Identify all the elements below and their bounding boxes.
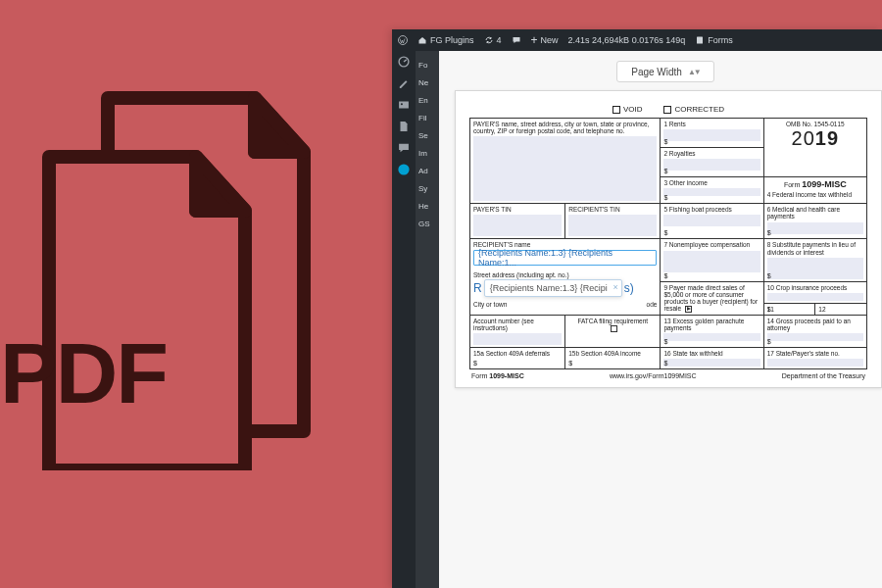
submenu-item[interactable]: Se bbox=[416, 131, 439, 141]
submenu-item[interactable]: Ne bbox=[416, 78, 439, 88]
forms-link[interactable]: Forms bbox=[695, 35, 733, 45]
corrected-checkbox[interactable]: CORRECTED bbox=[663, 105, 724, 114]
box7-label: 7 Nonemployee compensation bbox=[663, 241, 760, 248]
street-label: Street address (including apt. no.) bbox=[473, 271, 657, 278]
svg-point-4 bbox=[401, 103, 403, 105]
box3-label: 3 Other income bbox=[663, 179, 760, 186]
site-link[interactable]: FG Plugins bbox=[417, 35, 474, 45]
admin-submenu[interactable]: Fo Ne En Fil Se Im Ad Sy He GS bbox=[416, 51, 439, 588]
svg-rect-1 bbox=[697, 37, 703, 44]
box8-field[interactable] bbox=[767, 258, 863, 279]
box16-field[interactable] bbox=[663, 359, 760, 367]
payer-label: PAYER'S name, street address, city or to… bbox=[473, 121, 657, 134]
posts-icon[interactable] bbox=[397, 76, 411, 90]
box7-field[interactable] bbox=[663, 251, 760, 272]
box13-field[interactable] bbox=[663, 333, 760, 341]
submenu-item[interactable]: Ad bbox=[416, 167, 439, 176]
box13-label: 13 Excess golden parachute payments bbox=[663, 318, 760, 331]
account-field[interactable] bbox=[473, 333, 562, 345]
recipient-name-field[interactable]: {Recipients Name:1.3} {Recipients Name:1… bbox=[473, 250, 657, 266]
footer-right: Department of the Treasury bbox=[782, 372, 865, 379]
submenu-item[interactable]: En bbox=[416, 96, 439, 106]
editor-content: Page Width▲▼ VOID CORRECTED PAYER'S name… bbox=[439, 51, 882, 588]
submenu-item[interactable]: Fil bbox=[416, 114, 439, 123]
footer-center: www.irs.gov/Form1099MISC bbox=[610, 372, 697, 379]
svg-point-5 bbox=[398, 164, 409, 174]
box17-field[interactable] bbox=[767, 359, 863, 367]
submenu-item[interactable]: Sy bbox=[416, 184, 439, 194]
form-number: Form 1099-MISC bbox=[767, 179, 863, 189]
account-label: Account number (see instructions) bbox=[473, 318, 562, 331]
form-1099: PAYER'S name, street address, city or to… bbox=[469, 118, 867, 369]
box10-field[interactable] bbox=[767, 293, 863, 301]
box15b-label: 15b Section 409A income bbox=[568, 350, 657, 357]
media-icon[interactable] bbox=[397, 98, 411, 112]
box14-field[interactable] bbox=[767, 333, 863, 341]
pdf-label: PDF bbox=[0, 323, 167, 423]
wp-panel: FG Plugins 4 +New 2.41s 24,694kB 0.0176s… bbox=[392, 29, 882, 588]
void-checkbox[interactable]: VOID bbox=[612, 105, 643, 114]
box5-label: 5 Fishing boat proceeds bbox=[663, 206, 760, 213]
new-link[interactable]: +New bbox=[531, 35, 559, 45]
box15a-label: 15a Section 409A deferrals bbox=[473, 350, 562, 357]
fatca-checkbox[interactable] bbox=[611, 325, 617, 332]
box14-label: 14 Gross proceeds paid to an attorney bbox=[767, 318, 863, 331]
admin-bar[interactable]: FG Plugins 4 +New 2.41s 24,694kB 0.0176s… bbox=[392, 29, 882, 51]
updates-link[interactable]: 4 bbox=[484, 35, 502, 45]
close-icon[interactable]: × bbox=[612, 282, 617, 292]
box6-field[interactable] bbox=[767, 222, 863, 234]
dashboard-icon[interactable] bbox=[397, 55, 411, 69]
payer-tin-field[interactable] bbox=[473, 215, 562, 236]
box2-field[interactable] bbox=[663, 159, 760, 171]
box16-label: 16 State tax withheld bbox=[663, 350, 760, 357]
box12-label: 12 bbox=[818, 306, 825, 313]
svg-rect-3 bbox=[399, 102, 409, 109]
submenu-item[interactable]: Im bbox=[416, 149, 439, 159]
box17-label: 17 State/Payer's state no. bbox=[767, 350, 863, 357]
fatca-label: FATCA filing requirement bbox=[568, 318, 657, 324]
box2-label: 2 Royalties bbox=[663, 150, 760, 157]
tax-year: 2019 bbox=[767, 127, 863, 150]
debug-stats: 2.41s 24,694kB 0.0176s 149q bbox=[568, 35, 686, 45]
box6-label: 6 Medical and health care payments bbox=[767, 206, 863, 220]
footer-left: Form 1099-MISC bbox=[471, 372, 524, 379]
payer-field[interactable] bbox=[473, 136, 657, 201]
stage: PDF FG Plugins 4 +New 2.41s 24,694kB 0.0… bbox=[0, 0, 882, 588]
recipient-tin-label: RECIPIENT'S TIN bbox=[568, 206, 657, 213]
street-field[interactable]: R {Recipients Name:1.3} {Recipi× s) bbox=[473, 279, 657, 297]
box9-label: 9 Payer made direct sales of $5,000 or m… bbox=[663, 284, 760, 313]
box8-label: 8 Substitute payments in lieu of dividen… bbox=[767, 241, 863, 255]
comments-link[interactable] bbox=[512, 35, 521, 45]
recipient-tin-field[interactable] bbox=[568, 215, 657, 236]
submenu-item[interactable]: GS bbox=[416, 220, 439, 229]
box3-field[interactable] bbox=[663, 188, 760, 196]
forms-icon[interactable] bbox=[397, 163, 411, 176]
zoom-select[interactable]: Page Width▲▼ bbox=[616, 61, 714, 82]
svg-point-0 bbox=[399, 36, 408, 45]
box4-label: 4 Federal income tax withheld bbox=[767, 191, 863, 198]
admin-menu[interactable] bbox=[392, 51, 416, 588]
omb-label: OMB No. 1545-0115 bbox=[767, 121, 863, 127]
comments-icon[interactable] bbox=[397, 141, 411, 155]
pdf-page: VOID CORRECTED PAYER'S name, street addr… bbox=[455, 90, 882, 388]
box10-label: 10 Crop insurance proceeds bbox=[767, 284, 863, 291]
form-footer: Form 1099-MISC www.irs.gov/Form1099MISC … bbox=[469, 369, 867, 379]
pages-icon[interactable] bbox=[397, 120, 411, 133]
submenu-item[interactable]: He bbox=[416, 202, 439, 212]
box5-field[interactable] bbox=[663, 215, 760, 226]
wp-logo-icon[interactable] bbox=[398, 35, 408, 45]
box1-label: 1 Rents bbox=[663, 121, 760, 127]
chevron-updown-icon: ▲▼ bbox=[688, 68, 700, 76]
payer-tin-label: PAYER'S TIN bbox=[473, 206, 562, 213]
submenu-item[interactable]: Fo bbox=[416, 61, 439, 71]
merge-tag-tooltip[interactable]: {Recipients Name:1.3} {Recipi× bbox=[484, 279, 622, 297]
box1-field[interactable] bbox=[663, 129, 760, 141]
city-label: City or town bbox=[473, 301, 507, 308]
